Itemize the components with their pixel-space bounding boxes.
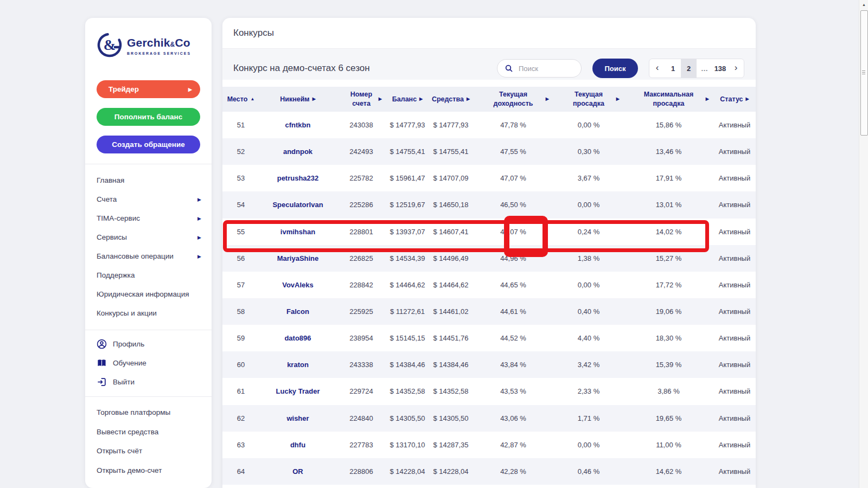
sidebar-item-logout[interactable]: Выйти: [85, 373, 212, 391]
table-row: 63 dhfu 227783 $ 13170,10 $ 14287,35 42,…: [222, 432, 756, 458]
cell-place: 56: [222, 245, 259, 272]
vertical-scrollbar[interactable]: ▲: [859, 0, 868, 488]
column-header-place[interactable]: Место▲: [222, 87, 259, 112]
cell-nickname[interactable]: cfntkbn: [259, 112, 336, 138]
sidebar-item-contests[interactable]: Конкурсы и акции: [85, 304, 212, 323]
cell-current-yield: 46,07 %: [473, 219, 553, 245]
search-button[interactable]: Поиск: [592, 59, 638, 78]
profile-icon: [97, 339, 107, 349]
column-header-current-drawdown[interactable]: Текущая просадка▶: [553, 87, 624, 112]
trader-button[interactable]: Трейдер▶: [97, 80, 200, 98]
cell-account-number: 238954: [336, 325, 386, 351]
cell-status: Активный: [713, 458, 756, 485]
cell-nickname[interactable]: dato896: [259, 325, 336, 351]
sidebar-item-label: Счета: [97, 195, 117, 203]
cell-nickname[interactable]: dhfu: [259, 432, 336, 458]
column-header-current-yield[interactable]: Текущая доходность▶: [473, 87, 553, 112]
pagination-next[interactable]: ›: [728, 59, 744, 78]
column-header-max-drawdown[interactable]: Максимальная просадка▶: [624, 87, 713, 112]
sidebar-item-open-account[interactable]: Открыть счёт: [85, 441, 212, 461]
cell-current-yield: 42,28 %: [473, 458, 553, 485]
sidebar-item-accounts[interactable]: Счета▶: [85, 190, 212, 209]
sidebar-item-trading-platforms[interactable]: Торговые платформы: [85, 403, 212, 422]
cell-equity: $ 14461,02: [429, 298, 473, 325]
cell-nickname[interactable]: VovAleks: [259, 272, 336, 298]
column-header-equity[interactable]: Средства▶: [429, 87, 473, 112]
search-box[interactable]: [497, 59, 582, 78]
pagination-page-1[interactable]: 1: [665, 59, 681, 78]
column-header-balance[interactable]: Баланс▶: [386, 87, 429, 112]
cell-status: Активный: [713, 138, 756, 165]
sidebar-item-label: Главная: [97, 176, 124, 184]
sidebar-item-services[interactable]: Сервисы▶: [85, 228, 212, 247]
create-ticket-button[interactable]: Создать обращение: [97, 136, 200, 153]
cell-current-drawdown: 2,33 %: [553, 378, 624, 404]
page-background: & Gerchik&Co BROKERAGE SERVICES Трейдер▶…: [0, 0, 868, 488]
cell-current-yield: 47,07 %: [473, 165, 553, 191]
cell-nickname[interactable]: OR: [259, 458, 336, 485]
cell-place: 59: [222, 325, 259, 351]
cell-balance: $ 14352,58: [386, 378, 429, 404]
table-row: 61 Lucky Trader 229724 $ 14352,58 $ 1435…: [222, 378, 756, 404]
sidebar-item-label: Обучение: [113, 359, 146, 367]
chevron-right-icon: ▶: [197, 235, 201, 240]
pagination-page-138[interactable]: 138: [712, 59, 728, 78]
cell-nickname[interactable]: kraton: [259, 351, 336, 378]
cell-nickname[interactable]: MariyaShine: [259, 245, 336, 272]
cell-nickname[interactable]: SpeculatorIvan: [259, 191, 336, 218]
cell-nickname[interactable]: wisher: [259, 405, 336, 432]
cell-nickname[interactable]: ivmihshan: [259, 219, 336, 245]
pagination-page-2[interactable]: 2: [681, 59, 697, 78]
cell-nickname[interactable]: andnpok: [259, 138, 336, 165]
sidebar-item-legal-info[interactable]: Юридическая информация: [85, 285, 212, 304]
sidebar-item-home[interactable]: Главная: [85, 171, 212, 190]
search-input[interactable]: [518, 64, 576, 73]
sidebar-divider: [85, 396, 212, 397]
cell-current-yield: 47,55 %: [473, 138, 553, 165]
table-row: 58 Falcon 225925 $ 11272,61 $ 14461,02 4…: [222, 298, 756, 325]
cell-equity: $ 14287,35: [429, 432, 473, 458]
cell-status: Активный: [713, 272, 756, 298]
cell-equity: $ 14650,18: [429, 191, 473, 218]
sidebar-item-tima-service[interactable]: TIMA-сервис▶: [85, 209, 212, 228]
scrollbar-thumb[interactable]: [860, 10, 868, 136]
sidebar-item-education[interactable]: Обучение: [85, 354, 212, 373]
pagination-prev[interactable]: ‹: [649, 59, 665, 78]
cell-nickname[interactable]: petrusha232: [259, 165, 336, 191]
scrollbar-up-arrow-icon[interactable]: ▲: [859, 0, 868, 9]
cell-nickname[interactable]: Falcon: [259, 298, 336, 325]
cell-current-drawdown: 4,40 %: [553, 325, 624, 351]
sidebar-item-balance-operations[interactable]: Балансовые операции▶: [85, 247, 212, 266]
column-header-status[interactable]: Статус▶: [713, 87, 756, 112]
sort-arrow-icon: ▶: [467, 97, 470, 102]
sidebar-item-support[interactable]: Поддержка: [85, 266, 212, 285]
cell-balance: $ 13937,07: [386, 219, 429, 245]
table-body: 51 cfntkbn 243038 $ 14777,93 $ 14777,93 …: [222, 112, 756, 485]
brand-logo[interactable]: & Gerchik&Co BROKERAGE SERVICES: [96, 31, 191, 61]
cell-status: Активный: [713, 219, 756, 245]
column-label: Никнейм: [280, 95, 309, 104]
column-header-nickname[interactable]: Никнейм▶: [259, 87, 336, 112]
cell-balance: $ 14305,50: [386, 405, 429, 432]
cell-equity: $ 14305,50: [429, 405, 473, 432]
arrow-right-icon: ▶: [188, 87, 192, 92]
cell-status: Активный: [713, 378, 756, 404]
cell-equity: $ 14607,41: [429, 219, 473, 245]
sort-arrow-icon: ▶: [312, 97, 316, 102]
sidebar-item-open-demo-account[interactable]: Открыть демо-счет: [85, 461, 212, 480]
sidebar-item-label: Вывести средства: [97, 428, 158, 436]
cell-nickname[interactable]: Lucky Trader: [259, 378, 336, 404]
cell-status: Активный: [713, 298, 756, 325]
sidebar-item-label: TIMA-сервис: [97, 214, 140, 222]
cell-account-number: 243338: [336, 351, 386, 378]
cell-max-drawdown: 19,06 %: [624, 298, 713, 325]
cell-current-yield: 43,06 %: [473, 405, 553, 432]
sort-arrow-icon: ▶: [706, 97, 709, 102]
table-row: 59 dato896 238954 $ 15145,15 $ 14451,76 …: [222, 325, 756, 351]
top-up-balance-button[interactable]: Пополнить баланс: [97, 108, 200, 126]
sidebar-item-withdraw-funds[interactable]: Вывести средства: [85, 422, 212, 442]
column-header-account-number[interactable]: Номер счета▶: [336, 87, 386, 112]
cell-status: Активный: [713, 325, 756, 351]
cell-max-drawdown: 14,02 %: [624, 219, 713, 245]
sidebar-item-profile[interactable]: Профиль: [85, 335, 212, 354]
